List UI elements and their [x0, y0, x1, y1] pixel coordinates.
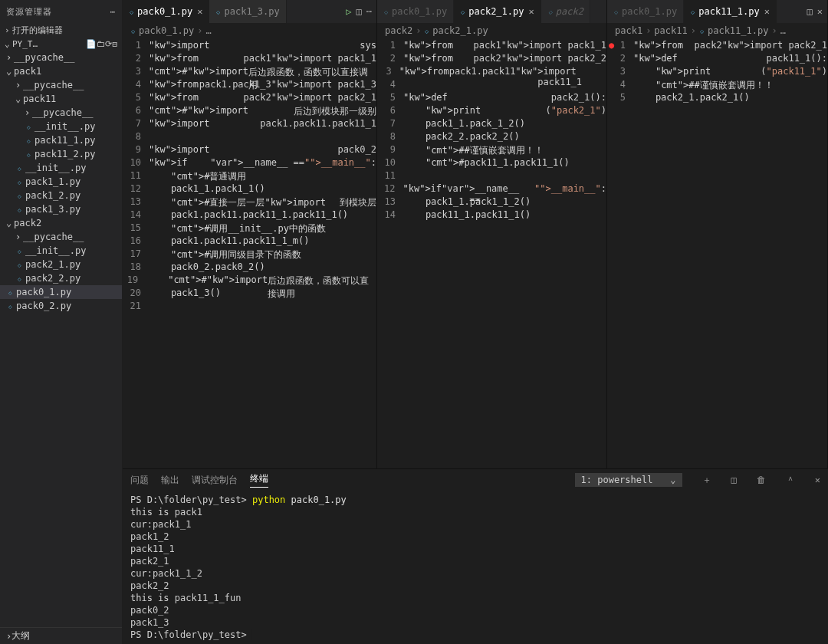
tree-folder[interactable]: ›__pycache__ — [0, 51, 122, 64]
code-area-3[interactable]: ●1"kw">from pack2 "kw">import pack2_12"k… — [607, 38, 827, 468]
editor-tab[interactable]: ⬦pack1_3.py — [209, 0, 286, 23]
tree-folder[interactable]: ⌄pack2 — [0, 216, 122, 230]
split-icon[interactable]: ◫ — [807, 6, 813, 17]
close-panel-icon[interactable]: ✕ — [815, 475, 820, 485]
terminal-body[interactable]: PS D:\folder\py_test> python pack0_1.py … — [123, 491, 828, 644]
run-icon[interactable]: ▷ — [346, 6, 351, 17]
close-tab-icon[interactable]: ✕ — [197, 6, 202, 17]
split-icon[interactable]: ◫ — [356, 6, 362, 17]
outline-section[interactable]: › 大纲 — [0, 627, 122, 644]
tab-bar-1: ⬦pack0_1.py✕⬦pack1_3.py▷◫⋯ — [123, 0, 376, 23]
tab-output[interactable]: 输出 — [161, 474, 179, 487]
editor-pane-3: ⬦pack0_1.py⬦pack11_1.py✕◫✕ pack1 › pack1… — [607, 0, 828, 468]
close-icon[interactable]: ✕ — [817, 6, 823, 17]
editor-tab[interactable]: ⬦pack0_1.py✕ — [123, 0, 209, 23]
tab-bar-3: ⬦pack0_1.py⬦pack11_1.py✕◫✕ — [607, 0, 827, 23]
split-terminal-icon[interactable]: ◫ — [731, 475, 737, 485]
file-tree: ›__pycache__⌄pack1›__pycache__⌄pack11›__… — [0, 51, 122, 627]
close-tab-icon[interactable]: ✕ — [529, 6, 534, 17]
tab-problems[interactable]: 问题 — [130, 474, 149, 487]
panel-tabs: 问题 输出 调试控制台 终端 1: powershell ⌄ ＋ ◫ 🗑 ＾ ✕ — [123, 469, 828, 491]
editor-pane-2: ⬦pack0_1.py⬦pack2_1.py✕⬦pack2 pack2 › ⬦ … — [377, 0, 607, 468]
editor-pane-1: ⬦pack0_1.py✕⬦pack1_3.py▷◫⋯ ⬦ pack0_1.py … — [123, 0, 377, 468]
editor-tab[interactable]: ⬦pack2_1.py✕ — [454, 0, 540, 23]
more-icon[interactable]: ⋯ — [110, 7, 116, 17]
tab-terminal[interactable]: 终端 — [250, 472, 268, 488]
tab-debug[interactable]: 调试控制台 — [192, 474, 238, 487]
tree-file[interactable]: ⬦pack1_3.py — [0, 202, 122, 216]
tree-folder[interactable]: ›__pycache__ — [0, 230, 122, 244]
tree-file[interactable]: ⬦pack2_2.py — [0, 271, 122, 285]
new-file-icon[interactable]: 📄 — [86, 39, 97, 49]
tree-file[interactable]: ⬦pack11_1.py — [0, 133, 122, 147]
explorer-header: 资源管理器 ⋯ — [0, 0, 122, 23]
new-folder-icon[interactable]: 🗀 — [97, 39, 105, 49]
breadcrumb-2[interactable]: pack2 › ⬦ pack2_1.py — [377, 23, 606, 38]
root-section[interactable]: ⌄ PY_T… 📄 🗀 ⟳ ⊟ — [0, 38, 122, 51]
tree-folder[interactable]: ⌄pack1 — [0, 64, 122, 78]
code-area-1[interactable]: 1"kw">import sys2"kw">from pack1 "kw">im… — [123, 38, 376, 468]
breadcrumb-1[interactable]: ⬦ pack0_1.py › … — [123, 23, 376, 38]
editor-tab[interactable]: ⬦pack11_1.py✕ — [684, 0, 777, 23]
terminal-shell-select[interactable]: 1: powershell ⌄ — [575, 473, 682, 487]
refresh-icon[interactable]: ⟳ — [105, 39, 112, 49]
editor-tab[interactable]: ⬦pack2 — [541, 0, 590, 23]
maximize-panel-icon[interactable]: ＾ — [786, 474, 795, 487]
tree-file[interactable]: ⬦pack2_1.py — [0, 258, 122, 271]
tree-file[interactable]: ⬦pack1_1.py — [0, 175, 122, 189]
chevron-down-icon: ⌄ — [670, 475, 675, 485]
breadcrumb-3[interactable]: pack1 › pack11 › ⬦ pack11_1.py › … — [607, 23, 827, 38]
more-icon[interactable]: ⋯ — [366, 6, 372, 17]
explorer-title: 资源管理器 — [6, 6, 52, 18]
tree-file[interactable]: ⬦__init__.py — [0, 244, 122, 258]
editor-tab[interactable]: ⬦pack0_1.py — [377, 0, 454, 23]
tree-file[interactable]: ⬦__init__.py — [0, 161, 122, 175]
tree-folder[interactable]: ⌄pack11 — [0, 92, 122, 106]
tree-file[interactable]: ⬦__init__.py — [0, 120, 122, 133]
tab-bar-2: ⬦pack0_1.py⬦pack2_1.py✕⬦pack2 — [377, 0, 606, 23]
editor-tab[interactable]: ⬦pack0_1.py — [607, 0, 684, 23]
collapse-icon[interactable]: ⊟ — [112, 39, 117, 49]
tree-file[interactable]: ⬦pack11_2.py — [0, 147, 122, 161]
panel: 问题 输出 调试控制台 终端 1: powershell ⌄ ＋ ◫ 🗑 ＾ ✕… — [123, 468, 828, 644]
open-editors-section[interactable]: › 打开的编辑器 — [0, 23, 122, 38]
kill-terminal-icon[interactable]: 🗑 — [757, 475, 766, 485]
tree-folder[interactable]: ›__pycache__ — [0, 106, 122, 120]
close-tab-icon[interactable]: ✕ — [764, 6, 770, 17]
tree-file[interactable]: ⬦pack1_2.py — [0, 189, 122, 202]
tree-folder[interactable]: ›__pycache__ — [0, 78, 122, 92]
new-terminal-icon[interactable]: ＋ — [702, 474, 711, 487]
tree-file[interactable]: ⬦pack0_2.py — [0, 299, 122, 313]
code-area-2[interactable]: 1"kw">from pack1 "kw">import pack1_12"kw… — [377, 38, 606, 468]
tree-file[interactable]: ⬦pack0_1.py — [0, 285, 122, 299]
